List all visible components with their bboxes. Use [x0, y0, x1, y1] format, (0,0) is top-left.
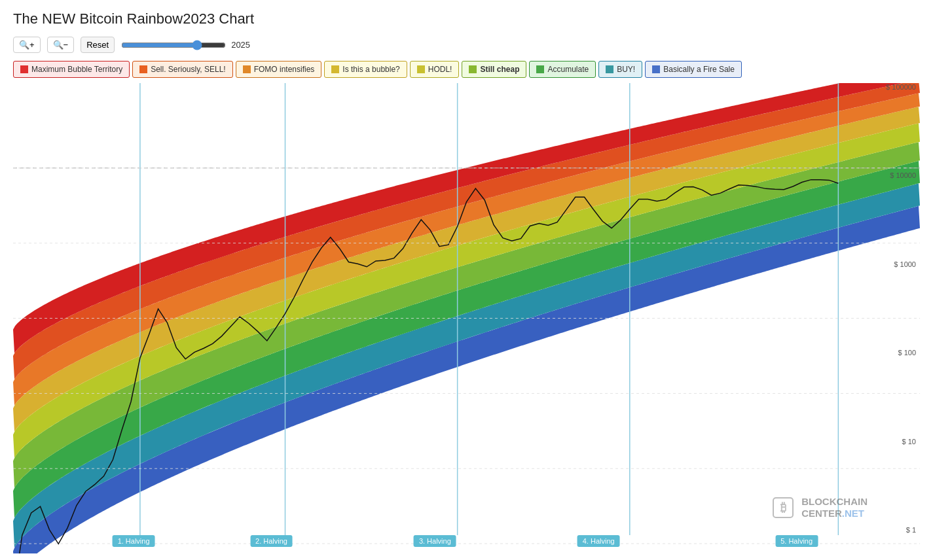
legend-label-still-cheap: Still cheap: [480, 65, 519, 74]
year-slider[interactable]: [121, 40, 226, 50]
halving-label-halving-2: 2. Halving: [250, 535, 293, 547]
legend-label-max-bubble: Maximum Bubble Territory: [31, 65, 122, 74]
chart-canvas-wrap: [13, 83, 920, 553]
watermark-text: BLOCKCHAINCENTER.NET: [801, 496, 868, 519]
legend-dot-bubble: [331, 65, 339, 73]
zoom-in-icon: 🔍: [19, 40, 29, 50]
legend-item-fire-sale: Basically a Fire Sale: [645, 61, 742, 78]
y-axis-label: $ 10000: [890, 171, 916, 179]
y-axis: $ 100000$ 10000$ 1000$ 100$ 10$ 1: [874, 83, 920, 553]
legend-item-still-cheap: Still cheap: [462, 61, 526, 78]
legend-dot-fire-sale: [652, 65, 660, 73]
y-axis-label: $ 1: [906, 526, 916, 534]
legend-item-hodl: HODL!: [410, 61, 460, 78]
watermark-icon: ₿: [770, 495, 796, 521]
legend-dot-max-bubble: [20, 65, 28, 73]
y-axis-label: $ 100: [898, 349, 916, 357]
slider-container: 2025: [121, 40, 250, 50]
halving-label-halving-3: 3. Halving: [414, 535, 456, 547]
legend-dot-sell-seriously: [139, 65, 147, 73]
zoom-out-button[interactable]: 🔍−: [47, 37, 75, 53]
legend-dot-hodl: [417, 65, 425, 73]
rainbow-chart: [13, 83, 920, 553]
legend-label-sell-seriously: Sell. Seriously, SELL!: [151, 65, 226, 74]
page-title: The NEW Bitcoin Rainbow2023 Chart: [13, 10, 920, 27]
legend-item-fomo: FOMO intensifies: [236, 61, 322, 78]
legend-label-fomo: FOMO intensifies: [254, 65, 315, 74]
halving-label-halving-5: 5. Halving: [775, 535, 818, 547]
legend-dot-still-cheap: [469, 65, 477, 73]
legend-label-buy: BUY!: [617, 65, 635, 74]
slider-value-label: 2025: [231, 40, 250, 50]
legend-label-fire-sale: Basically a Fire Sale: [663, 65, 735, 74]
svg-text:₿: ₿: [780, 501, 786, 514]
y-axis-label: $ 1000: [894, 260, 916, 268]
toolbar: 🔍+ 🔍− Reset 2025: [13, 37, 920, 53]
legend-label-bubble: Is this a bubble?: [342, 65, 399, 74]
legend-item-buy: BUY!: [598, 61, 642, 78]
legend-dot-fomo: [243, 65, 251, 73]
legend-item-accumulate: Accumulate: [529, 61, 596, 78]
halving-label-halving-1: 1. Halving: [113, 535, 155, 547]
legend-dot-accumulate: [536, 65, 544, 73]
y-axis-label: $ 10: [902, 438, 916, 446]
legend-label-accumulate: Accumulate: [547, 65, 589, 74]
legend-item-sell-seriously: Sell. Seriously, SELL!: [132, 61, 233, 78]
reset-button[interactable]: Reset: [81, 37, 115, 53]
halving-label-halving-4: 4. Halving: [577, 535, 620, 547]
legend-item-max-bubble: Maximum Bubble Territory: [13, 61, 130, 78]
zoom-in-button[interactable]: 🔍+: [13, 37, 41, 53]
legend-item-bubble: Is this a bubble?: [324, 61, 407, 78]
legend-label-hodl: HODL!: [428, 65, 452, 74]
chart-area: $ 100000$ 10000$ 1000$ 100$ 10$ 1 1. Hal…: [13, 83, 920, 553]
legend-dot-buy: [606, 65, 613, 73]
y-axis-label: $ 100000: [886, 83, 916, 91]
zoom-out-icon: 🔍: [53, 40, 64, 50]
legend: Maximum Bubble TerritorySell. Seriously,…: [13, 61, 920, 78]
watermark: ₿ BLOCKCHAINCENTER.NET: [770, 495, 868, 521]
halving-labels: 1. Halving2. Halving3. Halving4. Halving…: [13, 535, 874, 553]
